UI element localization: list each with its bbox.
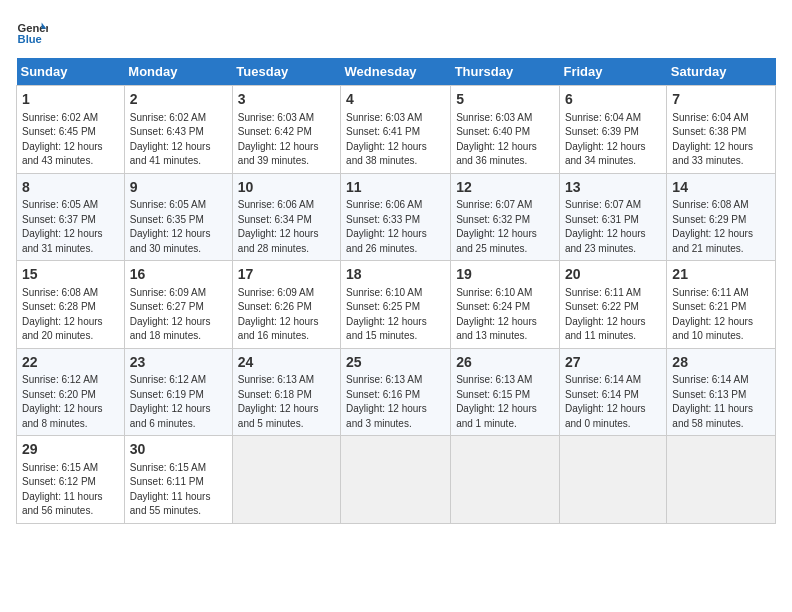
calendar-cell	[232, 436, 340, 524]
day-number: 13	[565, 178, 661, 198]
week-row-4: 22Sunrise: 6:12 AMSunset: 6:20 PMDayligh…	[17, 348, 776, 436]
day-info: Sunrise: 6:12 AMSunset: 6:19 PMDaylight:…	[130, 373, 227, 431]
calendar-cell: 17Sunrise: 6:09 AMSunset: 6:26 PMDayligh…	[232, 261, 340, 349]
calendar-cell: 29Sunrise: 6:15 AMSunset: 6:12 PMDayligh…	[17, 436, 125, 524]
day-info: Sunrise: 6:14 AMSunset: 6:14 PMDaylight:…	[565, 373, 661, 431]
week-row-3: 15Sunrise: 6:08 AMSunset: 6:28 PMDayligh…	[17, 261, 776, 349]
calendar-cell	[451, 436, 560, 524]
calendar-cell	[559, 436, 666, 524]
calendar-cell: 2Sunrise: 6:02 AMSunset: 6:43 PMDaylight…	[124, 86, 232, 174]
day-number: 5	[456, 90, 554, 110]
logo-icon: General Blue	[16, 16, 48, 48]
day-number: 14	[672, 178, 770, 198]
day-number: 15	[22, 265, 119, 285]
calendar-cell: 24Sunrise: 6:13 AMSunset: 6:18 PMDayligh…	[232, 348, 340, 436]
day-header-thursday: Thursday	[451, 58, 560, 86]
day-number: 24	[238, 353, 335, 373]
day-number: 21	[672, 265, 770, 285]
calendar-table: SundayMondayTuesdayWednesdayThursdayFrid…	[16, 58, 776, 524]
day-number: 26	[456, 353, 554, 373]
day-number: 30	[130, 440, 227, 460]
calendar-cell: 12Sunrise: 6:07 AMSunset: 6:32 PMDayligh…	[451, 173, 560, 261]
day-info: Sunrise: 6:03 AMSunset: 6:40 PMDaylight:…	[456, 111, 554, 169]
day-number: 20	[565, 265, 661, 285]
day-info: Sunrise: 6:15 AMSunset: 6:12 PMDaylight:…	[22, 461, 119, 519]
day-info: Sunrise: 6:06 AMSunset: 6:34 PMDaylight:…	[238, 198, 335, 256]
day-info: Sunrise: 6:04 AMSunset: 6:39 PMDaylight:…	[565, 111, 661, 169]
calendar-cell: 13Sunrise: 6:07 AMSunset: 6:31 PMDayligh…	[559, 173, 666, 261]
day-info: Sunrise: 6:10 AMSunset: 6:24 PMDaylight:…	[456, 286, 554, 344]
day-number: 16	[130, 265, 227, 285]
calendar-cell: 27Sunrise: 6:14 AMSunset: 6:14 PMDayligh…	[559, 348, 666, 436]
page-header: General Blue	[16, 16, 776, 48]
day-info: Sunrise: 6:09 AMSunset: 6:26 PMDaylight:…	[238, 286, 335, 344]
day-number: 1	[22, 90, 119, 110]
day-number: 12	[456, 178, 554, 198]
calendar-cell: 26Sunrise: 6:13 AMSunset: 6:15 PMDayligh…	[451, 348, 560, 436]
day-info: Sunrise: 6:09 AMSunset: 6:27 PMDaylight:…	[130, 286, 227, 344]
day-info: Sunrise: 6:05 AMSunset: 6:37 PMDaylight:…	[22, 198, 119, 256]
day-number: 22	[22, 353, 119, 373]
calendar-cell: 21Sunrise: 6:11 AMSunset: 6:21 PMDayligh…	[667, 261, 776, 349]
calendar-cell: 15Sunrise: 6:08 AMSunset: 6:28 PMDayligh…	[17, 261, 125, 349]
day-number: 11	[346, 178, 445, 198]
day-number: 8	[22, 178, 119, 198]
day-info: Sunrise: 6:08 AMSunset: 6:28 PMDaylight:…	[22, 286, 119, 344]
week-row-5: 29Sunrise: 6:15 AMSunset: 6:12 PMDayligh…	[17, 436, 776, 524]
day-info: Sunrise: 6:06 AMSunset: 6:33 PMDaylight:…	[346, 198, 445, 256]
day-info: Sunrise: 6:03 AMSunset: 6:41 PMDaylight:…	[346, 111, 445, 169]
day-info: Sunrise: 6:12 AMSunset: 6:20 PMDaylight:…	[22, 373, 119, 431]
calendar-cell: 16Sunrise: 6:09 AMSunset: 6:27 PMDayligh…	[124, 261, 232, 349]
day-number: 6	[565, 90, 661, 110]
day-info: Sunrise: 6:08 AMSunset: 6:29 PMDaylight:…	[672, 198, 770, 256]
day-number: 7	[672, 90, 770, 110]
calendar-cell	[341, 436, 451, 524]
calendar-cell: 23Sunrise: 6:12 AMSunset: 6:19 PMDayligh…	[124, 348, 232, 436]
day-number: 28	[672, 353, 770, 373]
calendar-cell: 5Sunrise: 6:03 AMSunset: 6:40 PMDaylight…	[451, 86, 560, 174]
day-info: Sunrise: 6:02 AMSunset: 6:43 PMDaylight:…	[130, 111, 227, 169]
day-info: Sunrise: 6:13 AMSunset: 6:15 PMDaylight:…	[456, 373, 554, 431]
day-info: Sunrise: 6:13 AMSunset: 6:16 PMDaylight:…	[346, 373, 445, 431]
day-header-wednesday: Wednesday	[341, 58, 451, 86]
day-info: Sunrise: 6:13 AMSunset: 6:18 PMDaylight:…	[238, 373, 335, 431]
day-number: 25	[346, 353, 445, 373]
calendar-cell: 11Sunrise: 6:06 AMSunset: 6:33 PMDayligh…	[341, 173, 451, 261]
day-header-sunday: Sunday	[17, 58, 125, 86]
day-info: Sunrise: 6:15 AMSunset: 6:11 PMDaylight:…	[130, 461, 227, 519]
day-info: Sunrise: 6:14 AMSunset: 6:13 PMDaylight:…	[672, 373, 770, 431]
day-header-row: SundayMondayTuesdayWednesdayThursdayFrid…	[17, 58, 776, 86]
day-info: Sunrise: 6:04 AMSunset: 6:38 PMDaylight:…	[672, 111, 770, 169]
day-number: 19	[456, 265, 554, 285]
day-number: 27	[565, 353, 661, 373]
calendar-cell: 9Sunrise: 6:05 AMSunset: 6:35 PMDaylight…	[124, 173, 232, 261]
day-number: 18	[346, 265, 445, 285]
day-header-monday: Monday	[124, 58, 232, 86]
day-info: Sunrise: 6:05 AMSunset: 6:35 PMDaylight:…	[130, 198, 227, 256]
day-header-friday: Friday	[559, 58, 666, 86]
calendar-cell: 18Sunrise: 6:10 AMSunset: 6:25 PMDayligh…	[341, 261, 451, 349]
calendar-cell	[667, 436, 776, 524]
day-number: 4	[346, 90, 445, 110]
week-row-1: 1Sunrise: 6:02 AMSunset: 6:45 PMDaylight…	[17, 86, 776, 174]
calendar-cell: 19Sunrise: 6:10 AMSunset: 6:24 PMDayligh…	[451, 261, 560, 349]
day-info: Sunrise: 6:07 AMSunset: 6:31 PMDaylight:…	[565, 198, 661, 256]
calendar-body: 1Sunrise: 6:02 AMSunset: 6:45 PMDaylight…	[17, 86, 776, 524]
day-info: Sunrise: 6:11 AMSunset: 6:22 PMDaylight:…	[565, 286, 661, 344]
svg-text:Blue: Blue	[18, 33, 42, 45]
day-number: 10	[238, 178, 335, 198]
calendar-cell: 28Sunrise: 6:14 AMSunset: 6:13 PMDayligh…	[667, 348, 776, 436]
calendar-cell: 7Sunrise: 6:04 AMSunset: 6:38 PMDaylight…	[667, 86, 776, 174]
calendar-cell: 4Sunrise: 6:03 AMSunset: 6:41 PMDaylight…	[341, 86, 451, 174]
calendar-cell: 20Sunrise: 6:11 AMSunset: 6:22 PMDayligh…	[559, 261, 666, 349]
day-header-saturday: Saturday	[667, 58, 776, 86]
day-info: Sunrise: 6:11 AMSunset: 6:21 PMDaylight:…	[672, 286, 770, 344]
week-row-2: 8Sunrise: 6:05 AMSunset: 6:37 PMDaylight…	[17, 173, 776, 261]
day-header-tuesday: Tuesday	[232, 58, 340, 86]
calendar-cell: 6Sunrise: 6:04 AMSunset: 6:39 PMDaylight…	[559, 86, 666, 174]
day-info: Sunrise: 6:03 AMSunset: 6:42 PMDaylight:…	[238, 111, 335, 169]
calendar-cell: 25Sunrise: 6:13 AMSunset: 6:16 PMDayligh…	[341, 348, 451, 436]
day-info: Sunrise: 6:07 AMSunset: 6:32 PMDaylight:…	[456, 198, 554, 256]
day-number: 2	[130, 90, 227, 110]
day-number: 23	[130, 353, 227, 373]
